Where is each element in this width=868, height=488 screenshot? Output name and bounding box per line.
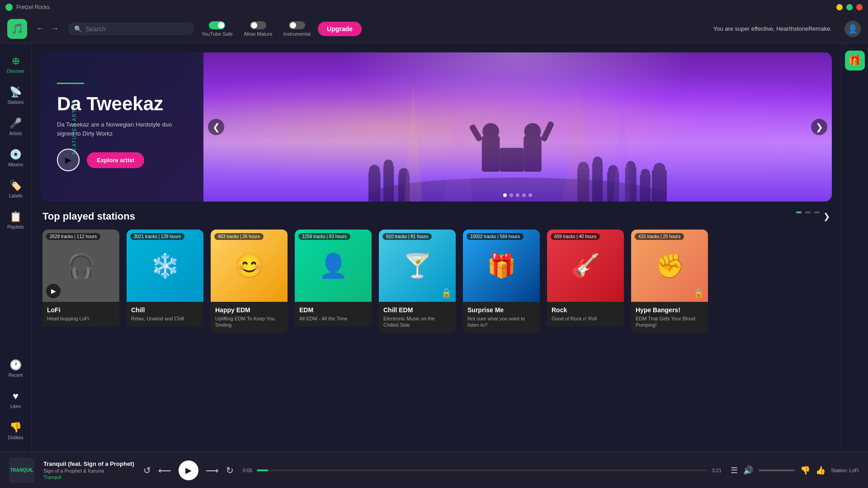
svg-rect-6: [469, 124, 483, 142]
station-desc-happy-edm: Uplifting EDM To Keep You Smiling: [215, 315, 283, 328]
station-card-happy-edm[interactable]: 463 tracks | 26 hours 😊 Happy EDM Uplift…: [211, 230, 288, 333]
section-nav-dot-3: [814, 211, 820, 213]
instrumental-toggle[interactable]: Instrumental: [283, 21, 311, 37]
concert-visual: ❮ ❯: [203, 52, 832, 202]
svg-rect-24: [652, 170, 667, 202]
youtube-safe-switch[interactable]: [209, 21, 225, 29]
sidebar-label-recent: Recent: [9, 373, 23, 378]
rock-icon: 🎸: [571, 252, 600, 280]
carousel-dot-3[interactable]: [516, 193, 519, 197]
happy-edm-icon: 😊: [235, 252, 264, 280]
hype-bangers-lock-icon: 🔒: [693, 287, 704, 298]
sidebar-item-likes[interactable]: ♥ Likes: [2, 386, 29, 413]
station-name-surprise-me: Surprise Me: [467, 306, 535, 314]
queue-button[interactable]: ☰: [731, 465, 738, 475]
stations-grid: 2628 tracks | 112 hours 🎧 ▶ LoFi Head bo…: [42, 230, 830, 333]
hero-progress-bar: [57, 83, 84, 84]
gift-button[interactable]: 🎁: [845, 51, 865, 70]
maximize-button[interactable]: [846, 4, 853, 10]
shuffle-button[interactable]: ↻: [226, 465, 234, 476]
dislikes-icon: 👎: [9, 422, 22, 433]
station-image-surprise-me: 🎁: [463, 230, 540, 302]
carousel-dot-4[interactable]: [522, 193, 526, 197]
carousel-dot-1[interactable]: [503, 193, 507, 197]
station-card-chill-edm[interactable]: 910 tracks | 81 hours 🍸 🔒 Chill EDM Elec…: [379, 230, 456, 333]
station-badge-rock: 659 tracks | 40 hours: [551, 233, 600, 240]
app-icon: [5, 4, 13, 11]
station-info-surprise-me: Surprise Me Not sure what you want to li…: [463, 302, 540, 333]
instrumental-switch[interactable]: [289, 21, 305, 29]
play-pause-button[interactable]: ▶: [179, 460, 198, 480]
main-layout: ⊕ Discover 📡 Stations 🎤 Artists 💿 Albums…: [0, 43, 868, 452]
sidebar-label-labels: Labels: [9, 193, 22, 198]
stations-next-button[interactable]: ❯: [823, 211, 830, 221]
sidebar-label-artists: Artists: [9, 131, 22, 136]
search-bar: 🔍: [68, 23, 194, 35]
thumbs-up-button[interactable]: 👍: [816, 465, 826, 475]
total-time: 3:21: [712, 468, 722, 473]
top-bar: 🎵 ← → 🔍 YouTube Safe Allow Mature Instru…: [0, 14, 868, 43]
station-card-lofi[interactable]: 2628 tracks | 112 hours 🎧 ▶ LoFi Head bo…: [42, 230, 119, 333]
forward-button[interactable]: →: [49, 22, 61, 35]
featured-label: Featured Artist: [72, 100, 77, 155]
station-info-chill-edm: Chill EDM Electronic Music on the Chille…: [379, 302, 456, 333]
volume-slider[interactable]: [759, 469, 795, 471]
explore-artist-button[interactable]: Explore artist: [87, 152, 144, 168]
carousel-dot-2[interactable]: [509, 193, 513, 197]
station-desc-chill: Relax, Unwind and Chill: [131, 315, 199, 322]
station-play-lofi[interactable]: ▶: [46, 284, 61, 298]
allow-mature-switch[interactable]: [250, 21, 266, 29]
search-input[interactable]: [85, 25, 188, 33]
station-badge-lofi: 2628 tracks | 112 hours: [46, 233, 100, 240]
instrumental-label: Instrumental: [283, 31, 311, 37]
station-info-lofi: LoFi Head bopping LoFi: [42, 302, 119, 326]
station-card-rock[interactable]: 659 tracks | 40 hours 🎸 Rock Good ol Roc…: [547, 230, 624, 333]
progress-track[interactable]: [257, 469, 708, 471]
sidebar-item-discover[interactable]: ⊕ Discover: [2, 51, 29, 78]
back-button[interactable]: ←: [34, 22, 46, 35]
player-track-title: Tranquil (feat. Sign of a Prophet): [43, 460, 134, 467]
close-button[interactable]: [856, 4, 863, 10]
edm-icon: 👤: [319, 252, 348, 280]
svg-rect-22: [640, 175, 651, 202]
allow-mature-toggle[interactable]: Allow Mature: [244, 21, 273, 37]
sidebar-item-albums[interactable]: 💿 Albums: [2, 144, 29, 172]
section-nav-dot-2: [805, 211, 811, 213]
svg-marker-28: [562, 82, 592, 202]
avatar[interactable]: 👤: [844, 21, 861, 37]
sidebar-item-labels[interactable]: 🏷️ Labels: [2, 175, 29, 203]
hero-image: ❮ ❯: [203, 52, 832, 202]
repeat-button[interactable]: ↺: [143, 465, 151, 476]
youtube-safe-toggle[interactable]: YouTube Safe: [202, 21, 233, 37]
carousel-dot-5[interactable]: [528, 193, 532, 197]
station-name-edm: EDM: [299, 306, 367, 314]
next-button[interactable]: ⟶: [206, 465, 219, 476]
minimize-button[interactable]: [836, 4, 843, 10]
likes-icon: ♥: [13, 390, 19, 402]
sidebar-item-recent[interactable]: 🕐 Recent: [2, 355, 29, 382]
svg-point-17: [593, 156, 602, 166]
station-card-hype-bangers[interactable]: 415 tracks | 25 hours ✊ 🔒 Hype Bangers! …: [631, 230, 708, 333]
carousel-next-button[interactable]: ❯: [811, 119, 827, 135]
progress-fill: [257, 469, 268, 471]
sidebar-item-playlists[interactable]: 📋 Playlists: [2, 206, 29, 234]
title-bar: Pretzel Rocks: [0, 0, 868, 14]
station-card-edm[interactable]: 1258 tracks | 83 hours 👤 EDM All EDM - A…: [295, 230, 372, 333]
sidebar-item-stations[interactable]: 📡 Stations: [2, 82, 29, 109]
sidebar-item-artists[interactable]: 🎤 Artists: [2, 113, 29, 141]
svg-marker-26: [404, 82, 422, 202]
discover-icon: ⊕: [12, 55, 20, 67]
sidebar-item-dislikes[interactable]: 👎 Dislikes: [2, 417, 29, 445]
thumbs-down-button[interactable]: 👎: [800, 465, 810, 475]
station-card-chill[interactable]: 3021 tracks | 139 hours ❄️ Chill Relax, …: [127, 230, 203, 333]
station-desc-hype-bangers: EDM That Gets Your Blood Pumping!: [636, 315, 703, 328]
lofi-icon: 🎧: [66, 252, 96, 280]
upgrade-button[interactable]: Upgrade: [318, 22, 362, 36]
station-desc-rock: Good ol Rock n' Roll: [552, 315, 619, 322]
station-image-lofi: 🎧 ▶: [42, 230, 119, 302]
artists-icon: 🎤: [9, 117, 22, 129]
carousel-prev-button[interactable]: ❮: [208, 119, 224, 135]
station-card-surprise-me[interactable]: 10002 tracks | 569 hours 🎁 Surprise Me N…: [463, 230, 540, 333]
previous-button[interactable]: ⟵: [158, 465, 171, 476]
volume-icon[interactable]: 🔊: [743, 465, 753, 475]
